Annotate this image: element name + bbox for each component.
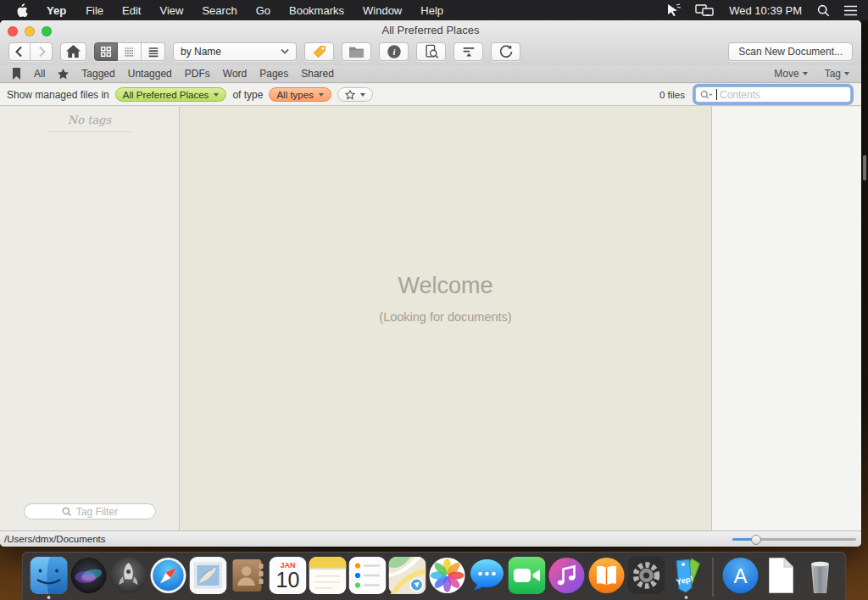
dock-item-contacts[interactable]	[229, 557, 267, 597]
current-path: /Users/dmx/Documents	[4, 534, 106, 544]
preview-button[interactable]	[416, 42, 446, 61]
back-button[interactable]	[8, 42, 31, 61]
search-placeholder: Contents	[720, 89, 760, 101]
filter-tab-untagged[interactable]: Untagged	[128, 68, 172, 80]
menu-bar-clock[interactable]: Wed 10:39 PM	[727, 4, 804, 17]
menu-item-edit[interactable]: Edit	[113, 4, 150, 17]
slider-thumb[interactable]	[751, 535, 761, 545]
launchpad-icon	[109, 557, 147, 594]
divider	[47, 131, 132, 132]
dock-item-photos[interactable]	[428, 557, 466, 597]
menu-item-bookmarks[interactable]: Bookmarks	[280, 4, 353, 17]
forward-button[interactable]	[31, 42, 53, 61]
filter-tab-word[interactable]: Word	[223, 68, 247, 80]
filter-tab-pdfs[interactable]: PDFs	[185, 68, 210, 80]
folder-button[interactable]	[342, 42, 371, 61]
refresh-icon	[498, 44, 514, 59]
window-title: All Preferred Places	[0, 24, 861, 36]
star-outline-icon	[345, 90, 355, 100]
home-button[interactable]	[60, 42, 86, 61]
menu-item-window[interactable]: Window	[353, 4, 411, 17]
zoom-slider[interactable]	[732, 536, 856, 543]
tag-button[interactable]	[304, 42, 334, 61]
filter-tab-all[interactable]: All	[34, 68, 45, 80]
dock-item-maps[interactable]	[388, 557, 426, 597]
places-filter-pill[interactable]: All Preferred Places	[115, 87, 227, 102]
list-view-button[interactable]	[142, 42, 165, 61]
file-count: 0 files	[659, 90, 685, 100]
notification-center-icon[interactable]	[843, 5, 858, 16]
scan-new-document-button[interactable]: Scan New Document...	[728, 42, 853, 61]
dock-item-document[interactable]	[761, 557, 799, 597]
chevron-down-icon	[281, 48, 289, 54]
sort-dropdown-value: by Name	[181, 46, 275, 58]
welcome-subtitle: (Looking for documents)	[379, 310, 511, 324]
preview-icon	[424, 44, 439, 59]
tag-filter-field[interactable]: Tag Filter	[24, 503, 156, 519]
dock-item-mail[interactable]	[189, 557, 227, 597]
pointer-tool-icon[interactable]	[666, 3, 682, 17]
scrollbar-thumb[interactable]	[863, 155, 866, 181]
home-icon	[65, 44, 81, 58]
info-button[interactable]: i	[379, 42, 409, 61]
dock-item-finder[interactable]	[30, 557, 68, 597]
menu-item-go[interactable]: Go	[247, 4, 280, 17]
status-bar: /Users/dmx/Documents	[0, 531, 861, 547]
dock-item-reminders[interactable]	[348, 557, 387, 597]
dock-item-notes[interactable]	[309, 557, 347, 597]
compact-list-icon	[123, 45, 136, 58]
dock-item-app-store[interactable]: A	[721, 557, 760, 597]
grid-view-icon	[99, 45, 113, 58]
document-icon	[761, 557, 798, 594]
filter-tab-pages[interactable]: Pages	[259, 68, 288, 80]
dock-item-safari[interactable]	[149, 557, 187, 597]
menu-item-file[interactable]: File	[76, 4, 113, 17]
managed-files-label: Show managed files in	[7, 89, 109, 101]
notes-icon	[309, 557, 346, 594]
sort-order-button[interactable]	[453, 42, 483, 61]
svg-text:i: i	[392, 47, 395, 57]
displays-icon[interactable]	[695, 4, 714, 17]
bookmark-icon[interactable]	[12, 68, 21, 80]
apple-menu[interactable]	[10, 3, 36, 18]
dock-item-launchpad[interactable]	[109, 557, 147, 597]
welcome-title: Welcome	[398, 273, 492, 299]
sort-dropdown[interactable]: by Name	[173, 42, 297, 61]
sort-icon	[461, 44, 476, 59]
dock-item-ibooks[interactable]	[587, 557, 626, 597]
content-area: No tags Tag Filter Welcome (Looking for …	[0, 107, 861, 531]
filter-tabs-bar: All TaggedUntaggedPDFsWordPagesShared Mo…	[0, 65, 861, 83]
dock-item-itunes[interactable]	[548, 557, 586, 597]
menu-item-help[interactable]: Help	[411, 4, 453, 17]
filter-tab-shared[interactable]: Shared	[301, 68, 334, 80]
list-view-icon	[147, 45, 160, 58]
starred-filter-pill[interactable]	[337, 87, 373, 102]
tag-icon	[312, 44, 327, 59]
move-dropdown[interactable]: Move	[774, 68, 807, 80]
dock-item-messages[interactable]	[468, 557, 506, 597]
dock-item-yep[interactable]: Yep!	[667, 557, 705, 597]
contents-search-field[interactable]: Contents	[695, 86, 851, 103]
star-icon[interactable]	[58, 69, 69, 80]
spotlight-icon[interactable]	[817, 4, 830, 17]
menu-item-view[interactable]: View	[150, 4, 192, 17]
dock-item-facetime[interactable]	[508, 557, 546, 597]
grid-view-button[interactable]	[94, 42, 118, 61]
text-cursor	[716, 89, 717, 100]
chevron-down-icon	[360, 93, 365, 97]
dock-item-system-preferences[interactable]	[627, 557, 665, 597]
dock-item-trash[interactable]	[801, 557, 839, 597]
documents-pane: Welcome (Looking for documents)	[180, 107, 712, 531]
menu-item-app[interactable]: Yep	[36, 4, 76, 17]
dock-item-calendar[interactable]: JAN10	[269, 557, 307, 597]
of-type-label: of type	[232, 89, 263, 101]
preview-pane	[712, 107, 861, 531]
facetime-icon	[508, 557, 545, 594]
types-filter-pill[interactable]: All types	[269, 87, 331, 102]
menu-item-search[interactable]: Search	[192, 4, 246, 17]
filter-tab-tagged[interactable]: Tagged	[81, 68, 114, 80]
tag-dropdown[interactable]: Tag	[825, 68, 849, 80]
refresh-button[interactable]	[491, 42, 520, 61]
compact-list-view-button[interactable]	[118, 42, 142, 61]
dock-item-siri[interactable]	[70, 557, 108, 597]
